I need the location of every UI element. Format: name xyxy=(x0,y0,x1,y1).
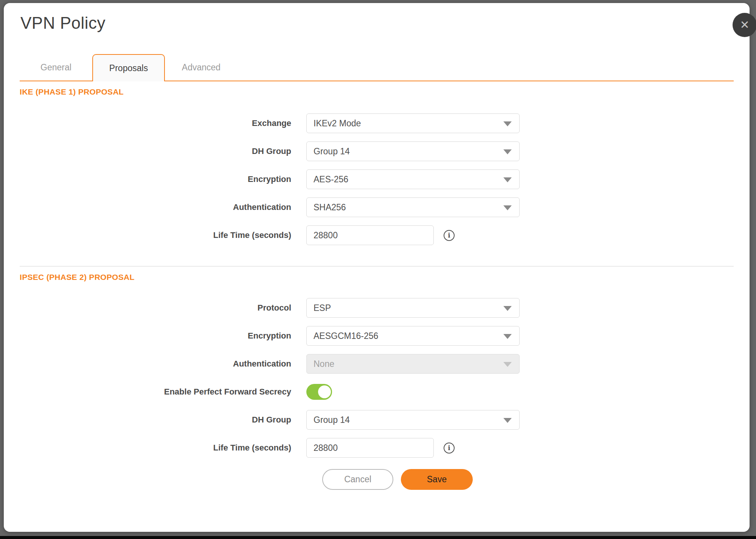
info-icon[interactable]: i xyxy=(444,443,455,454)
select-value: Group 14 xyxy=(314,146,350,157)
chevron-down-icon xyxy=(503,334,512,339)
backdrop-bottom-strip xyxy=(0,536,756,539)
close-icon[interactable]: ✕ xyxy=(733,13,756,37)
select-exchange[interactable]: IKEv2 Mode xyxy=(306,113,520,133)
field-row-dh-group: DH GroupGroup 14 xyxy=(20,410,734,430)
select-value: ESP xyxy=(314,303,331,313)
field-row-authentication: AuthenticationSHA256 xyxy=(20,197,734,217)
field-label: Authentication xyxy=(20,359,306,369)
field-row-authentication: AuthenticationNone xyxy=(20,354,734,374)
field-row-protocol: ProtocolESP xyxy=(20,298,734,318)
input-life-time-seconds[interactable] xyxy=(306,438,434,458)
field-label: Enable Perfect Forward Secrecy xyxy=(20,387,306,397)
tab-proposals[interactable]: Proposals xyxy=(92,54,165,81)
select-encryption[interactable]: AESGCM16-256 xyxy=(306,326,520,346)
field-label: DH Group xyxy=(20,415,306,425)
select-encryption[interactable]: AES-256 xyxy=(306,169,520,189)
select-value: IKEv2 Mode xyxy=(314,118,361,129)
section-heading-ike-phase-1-proposal: IKE (PHASE 1) PROPOSAL xyxy=(20,87,734,96)
select-dh-group[interactable]: Group 14 xyxy=(306,141,520,161)
chevron-down-icon xyxy=(503,306,512,311)
field-label: Life Time (seconds) xyxy=(20,443,306,453)
chevron-down-icon xyxy=(503,205,512,210)
select-value: None xyxy=(314,359,334,369)
field-label: Encryption xyxy=(20,174,306,184)
select-authentication[interactable]: SHA256 xyxy=(306,197,520,217)
field-row-life-time-seconds: Life Time (seconds)i xyxy=(20,225,734,245)
input-life-time-seconds[interactable] xyxy=(306,225,434,245)
select-dh-group[interactable]: Group 14 xyxy=(306,410,520,430)
dialog-title: VPN Policy xyxy=(20,14,750,33)
save-button[interactable]: Save xyxy=(401,469,473,490)
chevron-down-icon xyxy=(503,362,512,367)
chevron-down-icon xyxy=(503,418,512,423)
info-icon[interactable]: i xyxy=(444,230,455,241)
field-label: Exchange xyxy=(20,118,306,128)
cancel-button[interactable]: Cancel xyxy=(322,469,393,490)
select-value: Group 14 xyxy=(314,415,350,425)
tabbar: GeneralProposalsAdvanced xyxy=(20,54,734,81)
toggle-knob xyxy=(318,385,331,398)
field-label: Protocol xyxy=(20,303,306,313)
field-row-exchange: ExchangeIKEv2 Mode xyxy=(20,113,734,133)
select-authentication: None xyxy=(306,354,520,374)
select-protocol[interactable]: ESP xyxy=(306,298,520,318)
section-heading-ipsec-phase-2-proposal: IPSEC (PHASE 2) PROPOSAL xyxy=(20,273,734,282)
field-label: Encryption xyxy=(20,331,306,341)
form-rows: ExchangeIKEv2 ModeDH GroupGroup 14Encryp… xyxy=(20,113,734,245)
field-label: Life Time (seconds) xyxy=(20,230,306,240)
field-row-dh-group: DH GroupGroup 14 xyxy=(20,141,734,161)
select-value: AESGCM16-256 xyxy=(314,331,378,341)
footer-actions: CancelSave xyxy=(322,469,734,490)
vpn-policy-dialog: VPN Policy GeneralProposalsAdvanced IKE … xyxy=(4,3,750,532)
chevron-down-icon xyxy=(503,149,512,154)
field-label: DH Group xyxy=(20,146,306,156)
field-row-enable-perfect-forward-secrecy: Enable Perfect Forward Secrecy xyxy=(20,382,734,402)
select-value: SHA256 xyxy=(314,202,346,213)
form-rows: ProtocolESPEncryptionAESGCM16-256Authent… xyxy=(20,298,734,458)
field-label: Authentication xyxy=(20,202,306,212)
toggle-enable-perfect-forward-secrecy[interactable] xyxy=(306,384,332,400)
tab-advanced[interactable]: Advanced xyxy=(165,54,238,81)
field-row-life-time-seconds: Life Time (seconds)i xyxy=(20,438,734,458)
chevron-down-icon xyxy=(503,121,512,126)
select-value: AES-256 xyxy=(314,174,348,185)
tab-general[interactable]: General xyxy=(20,54,92,81)
chevron-down-icon xyxy=(503,177,512,182)
dialog-content: IKE (PHASE 1) PROPOSALExchangeIKEv2 Mode… xyxy=(4,87,750,490)
field-row-encryption: EncryptionAESGCM16-256 xyxy=(20,326,734,346)
section-divider xyxy=(20,266,734,267)
field-row-encryption: EncryptionAES-256 xyxy=(20,169,734,189)
